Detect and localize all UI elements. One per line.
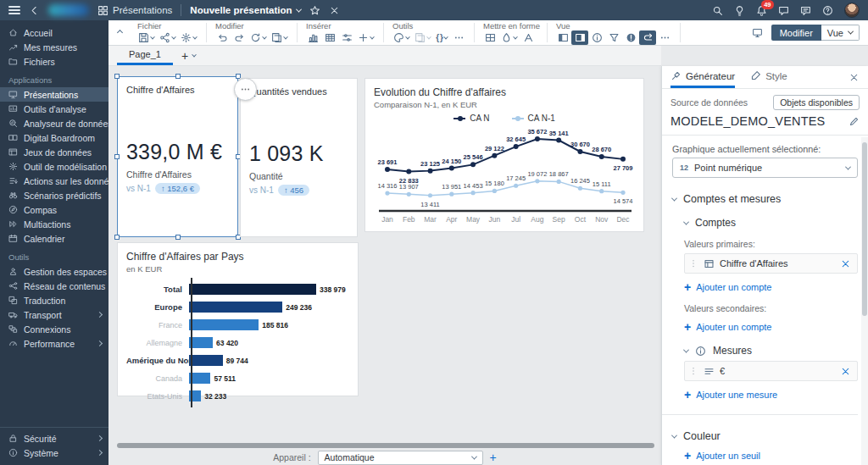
data-button[interactable]	[639, 30, 656, 45]
selection-handle[interactable]	[114, 235, 120, 240]
add-device-button[interactable]: +	[490, 451, 497, 463]
bar[interactable]	[189, 337, 213, 348]
subsection-mesures[interactable]: Mesures	[684, 345, 858, 357]
sidebar-item-accueil[interactable]: Accueil	[0, 25, 108, 40]
selected-chart-select[interactable]: 12 Point numérique	[672, 158, 858, 178]
sidebar-item-presentations[interactable]: Présentations	[0, 87, 108, 102]
section-couleur[interactable]: Couleur	[672, 430, 858, 442]
sidebar-item-fichiers[interactable]: Fichiers	[0, 54, 108, 69]
user-avatar[interactable]	[844, 3, 860, 18]
sidebar-item-transport[interactable]: Transport	[0, 307, 108, 322]
add-measure-link[interactable]: + Ajouter une mesure	[684, 389, 858, 401]
undo-button[interactable]	[214, 30, 231, 45]
kpi-widget-quantites-vendues[interactable]: Quantités vendues 1 093 K Quantité vs N-…	[240, 78, 358, 237]
document-title[interactable]: Nouvelle présentation	[190, 5, 301, 15]
collapse-toolbar-button[interactable]	[108, 20, 131, 45]
sidebar-item-connexions[interactable]: Connexions	[0, 322, 108, 336]
sidebar-item-scenarios-predictifs[interactable]: Scénarios prédictifs	[0, 188, 108, 202]
monitor-icon[interactable]	[752, 27, 763, 38]
sidebar-item-analyseur-de-donnees[interactable]: Analyseur de données	[0, 116, 108, 130]
sidebar-item-actions-sur-les-donnees[interactable]: Actions sur les données	[0, 174, 108, 188]
copy-button[interactable]	[269, 30, 290, 45]
rightpanel-button[interactable]	[571, 30, 588, 45]
paint-button[interactable]	[498, 30, 520, 45]
table-button[interactable]	[321, 30, 338, 45]
controls-button[interactable]	[338, 30, 355, 45]
story-canvas[interactable]: Chiffre d'Affaires 339,0 M € Chiffre d'A…	[108, 66, 661, 444]
search-icon[interactable]	[712, 5, 723, 16]
product-switcher[interactable]: Présentations	[97, 5, 172, 16]
back-icon[interactable]	[29, 5, 40, 16]
filter-button[interactable]	[605, 30, 622, 45]
tab-generateur[interactable]: Générateur	[670, 66, 735, 88]
drag-handle-icon[interactable]	[688, 366, 698, 376]
sidebar-item-digital-boardroom[interactable]: Digital Boardroom	[0, 130, 108, 145]
add-page-button[interactable]: +	[173, 46, 204, 65]
duplicate-button[interactable]	[412, 30, 433, 45]
line-chart-widget[interactable]: Evolution du Chiffre d'affaires Comparai…	[364, 78, 644, 232]
add-button[interactable]	[355, 30, 376, 45]
sidebar-item-reseau-de-contenus[interactable]: Réseau de contenus	[0, 279, 108, 293]
available-objects-button[interactable]: Objets disponibles	[773, 95, 860, 110]
clearformat-button[interactable]	[520, 30, 537, 45]
add-account-secondary-link[interactable]: + Ajouter un compte	[684, 321, 858, 333]
settings-button[interactable]	[178, 30, 199, 45]
assistant-icon[interactable]	[734, 5, 745, 16]
close-panel-icon[interactable]	[849, 72, 860, 83]
menu-icon[interactable]	[8, 6, 20, 14]
redo-button[interactable]	[231, 30, 248, 45]
refresh-button[interactable]	[248, 30, 269, 45]
save-button[interactable]	[136, 30, 157, 45]
selection-handle[interactable]	[114, 74, 120, 79]
feedback-icon[interactable]	[800, 5, 811, 16]
tab-style[interactable]: Style	[750, 66, 787, 88]
leftpanel-button[interactable]	[554, 30, 571, 45]
add-account-link[interactable]: + Ajouter un compte	[684, 281, 858, 293]
remove-icon[interactable]	[840, 258, 851, 269]
mode-vue-button[interactable]: Vue	[821, 25, 860, 41]
add-threshold-link[interactable]: + Ajouter un seuil	[684, 450, 858, 462]
close-document-icon[interactable]	[329, 5, 340, 16]
sidebar-item-securite[interactable]: Sécurité	[0, 431, 108, 446]
layout-button[interactable]	[481, 30, 498, 45]
subsection-comptes[interactable]: Comptes	[684, 217, 858, 229]
bar[interactable]	[189, 355, 223, 366]
more-button[interactable]	[450, 30, 467, 45]
sidebar-item-gestion-des-espaces-de-travail[interactable]: Gestion des espaces de travail	[0, 264, 108, 279]
mode-modifier-button[interactable]: Modifier	[771, 25, 821, 41]
sidebar-item-multiactions[interactable]: Multiactions	[0, 217, 108, 231]
account-chip-chiffre-affaires[interactable]: Chiffre d'Affaires	[684, 253, 858, 274]
selection-handle[interactable]	[175, 74, 181, 79]
section-comptes-et-mesures[interactable]: Comptes et mesures	[672, 193, 858, 205]
kpi-widget-chiffre-affaires[interactable]: Chiffre d'Affaires 339,0 M € Chiffre d'A…	[117, 76, 238, 237]
favorite-star-icon[interactable]	[309, 5, 320, 16]
tab-page-1[interactable]: Page_1	[117, 46, 173, 65]
sidebar-item-jeux-de-donnees[interactable]: Jeux de données	[0, 145, 108, 159]
selection-handle[interactable]	[175, 235, 181, 240]
sidebar-item-compas[interactable]: Compas	[0, 202, 108, 217]
badgeinfo-button[interactable]	[622, 30, 639, 45]
discussions-icon[interactable]	[778, 5, 789, 16]
widget-more-actions-button[interactable]	[234, 78, 257, 101]
more-button[interactable]	[656, 30, 673, 45]
scrollbar-thumb[interactable]	[862, 142, 867, 316]
remove-icon[interactable]	[840, 366, 851, 377]
chart-button[interactable]	[304, 30, 321, 45]
share-button[interactable]	[157, 30, 178, 45]
bar[interactable]	[189, 302, 282, 313]
sidebar-item-performance[interactable]: Performance	[0, 336, 108, 351]
selection-handle[interactable]	[114, 154, 120, 159]
panel-scrollbar[interactable]	[861, 137, 868, 465]
bar-chart-widget[interactable]: Chiffre d'Affaires par Pays en K EUR Tot…	[117, 242, 359, 396]
sidebar-item-systeme[interactable]: Système	[0, 446, 108, 460]
edit-model-icon[interactable]	[849, 116, 860, 127]
measure-chip-euro[interactable]: €	[684, 361, 858, 381]
code-button[interactable]: { }	[433, 30, 450, 45]
sidebar-item-outils-d-analyse[interactable]: Outils d'analyse	[0, 102, 108, 116]
sidebar-item-mes-mesures[interactable]: Mes mesures	[0, 40, 108, 54]
bar[interactable]	[189, 319, 259, 330]
device-select[interactable]: Automatique	[318, 451, 483, 465]
sidebar-item-calendrier[interactable]: Calendrier	[0, 231, 108, 246]
help-icon[interactable]	[822, 5, 833, 16]
drag-handle-icon[interactable]	[688, 258, 698, 268]
